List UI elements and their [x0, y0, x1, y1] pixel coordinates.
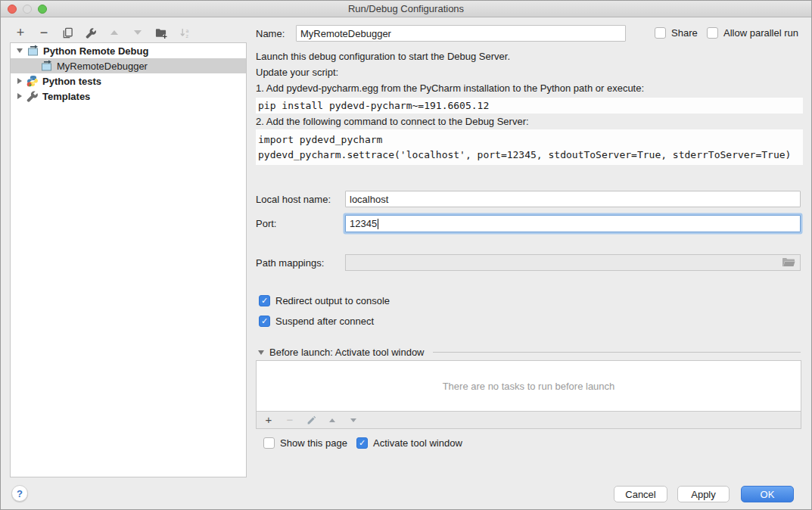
add-icon[interactable]: + [14, 26, 27, 39]
settrace-code-block: import pydevd_pycharm pydevd_pycharm.set… [256, 129, 803, 165]
move-up-icon [107, 26, 121, 39]
path-mappings-label: Path mappings: [256, 257, 324, 269]
instruction-step-2: 2. Add the following command to connect … [256, 116, 529, 127]
configurations-toolbar: + − a z [14, 24, 191, 41]
tree-item-python-remote-debug[interactable]: Python Remote Debug [11, 43, 246, 58]
configurations-tree: Python Remote Debug MyRemoteDebugger Pyt… [10, 42, 247, 477]
checkbox-checked-icon[interactable]: ✓ [259, 316, 270, 327]
browse-folder-icon[interactable] [782, 257, 795, 268]
help-button[interactable]: ? [11, 485, 28, 502]
checkbox-unchecked-icon[interactable] [263, 437, 275, 449]
allow-parallel-run-checkbox[interactable]: Allow parallel run [707, 27, 798, 39]
allow-parallel-run-label: Allow parallel run [723, 27, 798, 39]
tree-item-label: Templates [42, 91, 90, 102]
instruction-line-1: Launch this debug configuration to start… [256, 51, 510, 62]
tree-item-templates[interactable]: Templates [11, 89, 246, 104]
apply-button[interactable]: Apply [677, 486, 730, 502]
wrench-icon [26, 90, 39, 102]
move-task-down-icon [348, 415, 359, 425]
checkbox-unchecked-icon[interactable] [707, 27, 718, 39]
ok-button[interactable]: OK [741, 486, 794, 502]
run-debug-configurations-dialog: Run/Debug Configurations + − [0, 0, 812, 510]
before-launch-title: Before launch: Activate tool window [269, 347, 425, 358]
chevron-expanded-icon[interactable] [17, 48, 23, 53]
window-title: Run/Debug Configurations [1, 3, 811, 14]
empty-tasks-text: There are no tasks to run before launch [443, 381, 615, 392]
divider [433, 352, 801, 353]
chevron-collapsed-icon[interactable] [17, 78, 22, 84]
redirect-output-checkbox[interactable]: ✓ Redirect output to console [259, 295, 390, 306]
tree-item-myremotedebugger[interactable]: MyRemoteDebugger [11, 58, 246, 73]
tree-item-label: Python tests [42, 76, 101, 87]
python-tests-icon [26, 75, 39, 87]
add-task-icon[interactable]: + [263, 415, 274, 425]
instruction-line-2: Update your script: [256, 67, 338, 78]
name-input[interactable] [296, 25, 626, 42]
local-host-name-input[interactable] [345, 191, 801, 207]
copy-icon[interactable] [61, 26, 74, 39]
sort-alphabetically-icon: a z [178, 26, 191, 39]
instruction-step-1: 1. Add pydevd-pycharm.egg from the PyCha… [256, 82, 644, 94]
redirect-output-label: Redirect output to console [275, 295, 390, 306]
edit-defaults-wrench-icon[interactable] [84, 26, 98, 39]
path-mappings-input[interactable] [345, 254, 801, 271]
svg-text:z: z [185, 33, 188, 39]
port-value: 12345 [350, 218, 377, 229]
chevron-collapsed-icon[interactable] [17, 93, 22, 99]
cancel-button[interactable]: Cancel [614, 486, 667, 502]
pip-install-command: pip install pydevd-pycharm~=191.6605.12 [256, 98, 803, 114]
remote-debug-config-icon [27, 45, 39, 57]
activate-tool-window-checkbox[interactable]: ✓ Activate tool window [356, 437, 462, 449]
move-task-up-icon [327, 415, 338, 425]
checkbox-checked-icon[interactable]: ✓ [356, 437, 368, 449]
share-label: Share [671, 27, 698, 39]
move-down-icon [131, 26, 145, 39]
remove-task-icon: − [285, 415, 295, 425]
local-host-name-label: Local host name: [256, 194, 331, 205]
suspend-after-connect-label: Suspend after connect [275, 316, 374, 327]
tree-item-label: MyRemoteDebugger [57, 61, 148, 72]
text-cursor [378, 219, 378, 229]
show-this-page-label: Show this page [280, 437, 347, 449]
tree-item-label: Python Remote Debug [43, 45, 148, 57]
code-line-1: import pydevd_pycharm [258, 132, 803, 148]
suspend-after-connect-checkbox[interactable]: ✓ Suspend after connect [259, 316, 374, 327]
edit-task-pencil-icon [306, 415, 316, 425]
before-launch-task-list[interactable]: There are no tasks to run before launch [256, 360, 801, 412]
show-this-page-checkbox[interactable]: Show this page [263, 437, 347, 449]
title-bar: Run/Debug Configurations [1, 1, 811, 17]
chevron-expanded-icon[interactable] [258, 350, 264, 355]
tree-item-python-tests[interactable]: Python tests [11, 73, 246, 89]
question-mark-icon: ? [17, 488, 23, 499]
checkbox-unchecked-icon[interactable] [655, 27, 666, 39]
before-launch-toolbar: + − [256, 412, 801, 429]
name-label: Name: [256, 28, 285, 39]
code-line-2: pydevd_pycharm.settrace('localhost', por… [258, 148, 803, 163]
port-input[interactable]: 12345 [345, 215, 801, 232]
new-folder-icon[interactable] [154, 26, 168, 39]
remove-icon[interactable]: − [37, 26, 51, 39]
remote-debug-config-icon [41, 60, 53, 72]
before-launch-header[interactable]: Before launch: Activate tool window [258, 347, 801, 358]
checkbox-checked-icon[interactable]: ✓ [259, 295, 270, 306]
port-label: Port: [256, 218, 276, 229]
activate-tool-window-label: Activate tool window [373, 437, 462, 449]
share-checkbox[interactable]: Share [655, 27, 698, 39]
